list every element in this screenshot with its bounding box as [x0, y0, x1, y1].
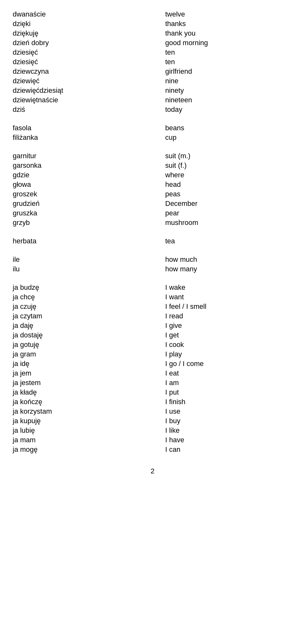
- english-translation: I am: [152, 379, 292, 387]
- english-translation: I feel / I smell: [152, 302, 292, 311]
- table-row: grudzieńDecember: [13, 199, 292, 208]
- table-row: dziesięćten: [13, 48, 292, 57]
- english-translation: head: [152, 180, 292, 189]
- table-row: ja gotujęI cook: [13, 340, 292, 349]
- english-translation: I finish: [152, 398, 292, 406]
- polish-word: ja czuję: [13, 302, 152, 311]
- english-translation: nine: [152, 77, 292, 85]
- english-translation: good morning: [152, 39, 292, 47]
- english-translation: December: [152, 200, 292, 208]
- english-translation: I want: [152, 293, 292, 301]
- table-row: fasolabeans: [13, 123, 292, 133]
- polish-word: ja gotuję: [13, 341, 152, 349]
- polish-word: ja budzę: [13, 283, 152, 292]
- english-translation: ninety: [152, 86, 292, 95]
- table-row: herbatatea: [13, 236, 292, 246]
- table-row: garnitursuit (m.): [13, 151, 292, 161]
- table-row: ja jestemI am: [13, 378, 292, 388]
- english-translation: ten: [152, 58, 292, 66]
- table-row: iluhow many: [13, 264, 292, 274]
- polish-word: dziewięćdziesiąt: [13, 86, 152, 95]
- polish-word: grudzień: [13, 200, 152, 208]
- english-translation: today: [152, 105, 292, 114]
- table-row: ja gramI play: [13, 349, 292, 359]
- polish-word: dziękuję: [13, 29, 152, 37]
- english-translation: I go / I come: [152, 360, 292, 368]
- polish-word: ja jestem: [13, 379, 152, 387]
- table-row: groszekpeas: [13, 189, 292, 199]
- polish-word: dziewięć: [13, 77, 152, 85]
- polish-word: ja daję: [13, 322, 152, 330]
- table-row: ja kupujęI buy: [13, 416, 292, 426]
- polish-word: fasola: [13, 124, 152, 132]
- polish-word: garsonka: [13, 161, 152, 170]
- polish-word: garnitur: [13, 152, 152, 160]
- table-row: dwanaścietwelve: [13, 10, 292, 19]
- polish-word: ja mogę: [13, 445, 152, 454]
- english-translation: pear: [152, 209, 292, 217]
- polish-word: głowa: [13, 180, 152, 189]
- polish-word: ja czytam: [13, 312, 152, 320]
- polish-word: dziś: [13, 105, 152, 114]
- polish-word: dziesięć: [13, 48, 152, 57]
- english-translation: thank you: [152, 29, 292, 37]
- table-row: ja idęI go / I come: [13, 359, 292, 369]
- polish-word: ja kupuję: [13, 417, 152, 425]
- english-translation: beans: [152, 124, 292, 132]
- table-row: ja kładęI put: [13, 388, 292, 397]
- polish-word: ja lubię: [13, 426, 152, 435]
- english-translation: thanks: [152, 20, 292, 28]
- table-row: dzień dobrygood morning: [13, 38, 292, 48]
- table-row: ja czujęI feel / I smell: [13, 302, 292, 311]
- english-translation: nineteen: [152, 96, 292, 104]
- english-translation: tea: [152, 237, 292, 245]
- polish-word: ja kładę: [13, 388, 152, 397]
- table-row: ja korzystamI use: [13, 407, 292, 416]
- english-translation: cup: [152, 133, 292, 142]
- spacer-row: [13, 274, 292, 283]
- english-translation: peas: [152, 190, 292, 198]
- polish-word: ja dostaję: [13, 331, 152, 339]
- table-row: garsonkasuit (f.): [13, 161, 292, 170]
- vocabulary-table: dwanaścietwelvedziękithanksdziękujęthank…: [13, 10, 292, 454]
- spacer-row: [13, 227, 292, 236]
- english-translation: suit (f.): [152, 161, 292, 170]
- page-number: 2: [13, 467, 292, 475]
- english-translation: twelve: [152, 10, 292, 18]
- table-row: ja mogęI can: [13, 445, 292, 454]
- table-row: dziewczynagirlfriend: [13, 67, 292, 76]
- spacer-row: [13, 142, 292, 151]
- english-translation: I play: [152, 350, 292, 358]
- english-translation: I buy: [152, 417, 292, 425]
- english-translation: mushroom: [152, 219, 292, 227]
- table-row: dziewięćdziesiątninety: [13, 86, 292, 95]
- table-row: grzybmushroom: [13, 218, 292, 227]
- english-translation: I can: [152, 445, 292, 454]
- table-row: dziękithanks: [13, 19, 292, 29]
- table-row: ja chcęI want: [13, 292, 292, 302]
- spacer-row: [13, 246, 292, 255]
- table-row: gdziewhere: [13, 170, 292, 180]
- polish-word: ilu: [13, 265, 152, 273]
- table-row: filiżankacup: [13, 133, 292, 142]
- english-translation: I have: [152, 436, 292, 444]
- table-row: ja czytamI read: [13, 311, 292, 321]
- english-translation: ten: [152, 48, 292, 57]
- polish-word: grzyb: [13, 219, 152, 227]
- polish-word: dwanaście: [13, 10, 152, 18]
- polish-word: dziewiętnaście: [13, 96, 152, 104]
- english-translation: I put: [152, 388, 292, 397]
- table-row: dziewięćnine: [13, 76, 292, 86]
- english-translation: I get: [152, 331, 292, 339]
- english-translation: I read: [152, 312, 292, 320]
- table-row: dziękujęthank you: [13, 29, 292, 38]
- table-row: głowahead: [13, 180, 292, 189]
- english-translation: how many: [152, 265, 292, 273]
- table-row: ja kończęI finish: [13, 397, 292, 407]
- table-row: ilehow much: [13, 255, 292, 264]
- polish-word: filiżanka: [13, 133, 152, 142]
- english-translation: suit (m.): [152, 152, 292, 160]
- polish-word: gruszka: [13, 209, 152, 217]
- polish-word: ja kończę: [13, 398, 152, 406]
- table-row: dziesięćten: [13, 57, 292, 67]
